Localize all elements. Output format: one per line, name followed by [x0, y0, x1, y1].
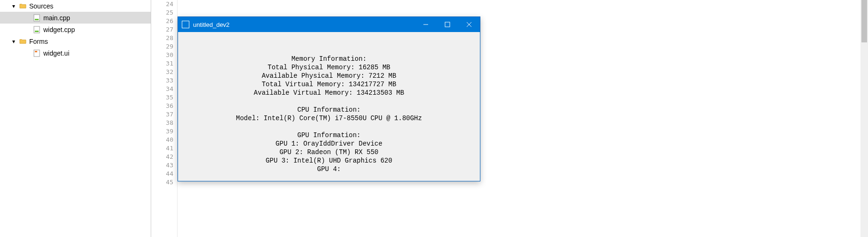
output-line: GPU 2: Radeon (TM) RX 550 — [184, 148, 474, 156]
output-line: CPU Information: — [184, 106, 474, 114]
close-button[interactable] — [458, 17, 480, 32]
cpp-file-icon — [33, 26, 41, 33]
tree-label: widget.cpp — [43, 26, 75, 33]
line-number: 32 — [151, 68, 173, 76]
tree-file-widget-ui[interactable]: widget.ui — [0, 47, 151, 59]
svg-rect-1 — [35, 19, 39, 20]
output-line: Available Virtual Memory: 134213503 MB — [184, 89, 474, 97]
code-line — [185, 204, 868, 212]
line-number: 29 — [151, 42, 173, 51]
line-number: 36 — [151, 102, 173, 110]
tree-folder-sources[interactable]: ▾ Sources — [0, 0, 151, 12]
line-number: 34 — [151, 85, 173, 93]
line-number: 45 — [151, 178, 173, 187]
line-number: 25 — [151, 8, 173, 17]
ui-file-icon — [33, 49, 41, 57]
line-number: 41 — [151, 144, 173, 153]
window-title: untitled_dev2 — [193, 21, 415, 28]
maximize-button[interactable] — [437, 17, 458, 32]
line-number: 31 — [151, 59, 173, 68]
code-line — [185, 227, 868, 236]
tree-folder-forms[interactable]: ▾ Forms — [0, 35, 151, 47]
cpp-file-icon — [33, 14, 41, 22]
svg-rect-6 — [182, 21, 189, 28]
line-number: 35 — [151, 93, 173, 102]
output-line: GPU 4: — [184, 165, 474, 173]
svg-rect-5 — [35, 51, 37, 52]
line-number-gutter: 24 25 26 27 28 29 30 31 32 33 34 35 36 3… — [151, 0, 178, 237]
line-number: 24 — [151, 0, 173, 8]
line-number: 42 — [151, 153, 173, 161]
folder-icon — [19, 38, 26, 45]
folder-icon — [19, 2, 26, 10]
line-number: 43 — [151, 161, 173, 170]
app-window[interactable]: untitled_dev2 Memory Information: Total … — [178, 16, 480, 181]
tree-label: Forms — [29, 38, 48, 45]
app-icon — [182, 21, 189, 28]
chevron-down-icon[interactable]: ▾ — [10, 38, 17, 45]
output-line: Available Physical Memory: 7212 MB — [184, 72, 474, 80]
tree-label: Sources — [29, 2, 53, 10]
line-number: 26 — [151, 17, 173, 25]
project-tree: ▾ Sources main.cpp widget.cpp ▾ Forms wi… — [0, 0, 151, 237]
tree-label: main.cpp — [43, 14, 70, 22]
tree-file-widget-cpp[interactable]: widget.cpp — [0, 24, 151, 35]
vertical-scrollbar[interactable] — [860, 0, 868, 237]
output-line: GPU 3: Intel(R) UHD Graphics 620 — [184, 156, 474, 165]
output-line: Model: Intel(R) Core(TM) i7-8550U CPU @ … — [184, 114, 474, 123]
line-number: 37 — [151, 110, 173, 119]
line-number: 44 — [151, 170, 173, 178]
minimize-button[interactable] — [415, 17, 437, 32]
titlebar[interactable]: untitled_dev2 — [178, 17, 480, 32]
output-line: GPU 1: OrayIddDriver Device — [184, 139, 474, 148]
line-number: 28 — [151, 34, 173, 42]
svg-rect-3 — [35, 31, 39, 32]
output-line: Total Physical Memory: 16285 MB — [184, 63, 474, 72]
chevron-down-icon[interactable]: ▾ — [10, 3, 17, 9]
svg-rect-8 — [445, 22, 450, 27]
line-number: 39 — [151, 127, 173, 136]
output-line: GPU Information: — [184, 131, 474, 139]
output-line: Memory Information: — [184, 55, 474, 63]
app-body: Memory Information: Total Physical Memor… — [178, 32, 480, 173]
line-number: 33 — [151, 76, 173, 85]
tree-label: widget.ui — [43, 49, 69, 57]
tree-file-main-cpp[interactable]: main.cpp — [0, 12, 151, 24]
line-number: 30 — [151, 51, 173, 59]
scrollbar-thumb[interactable] — [861, 0, 867, 42]
line-number: 40 — [151, 136, 173, 144]
output-line: Total Virtual Memory: 134217727 MB — [184, 80, 474, 89]
line-number: 38 — [151, 119, 173, 127]
line-number: 27 — [151, 25, 173, 34]
